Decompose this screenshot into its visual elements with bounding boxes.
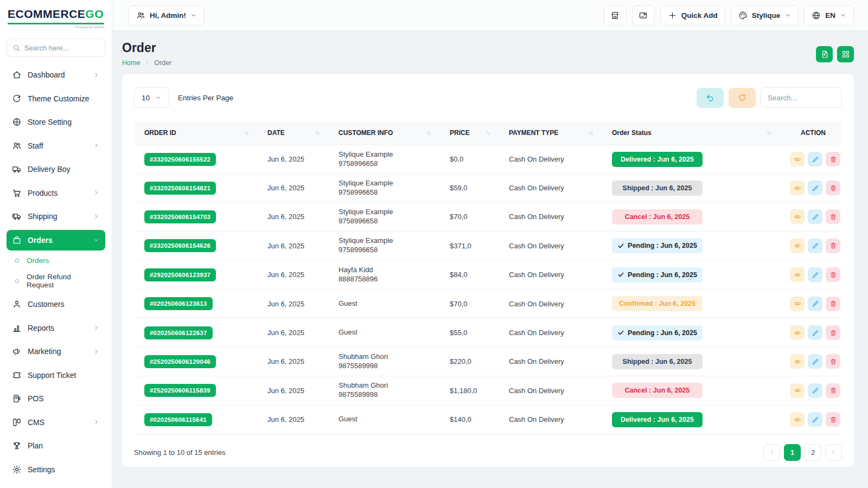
order-id-badge[interactable]: #2920250606123937 bbox=[144, 268, 216, 281]
sort-icon[interactable] bbox=[766, 130, 772, 136]
edit-order-button[interactable] bbox=[808, 383, 822, 398]
view-order-button[interactable] bbox=[790, 412, 805, 427]
sidebar-item-support-ticket[interactable]: Support Ticket bbox=[7, 365, 105, 386]
sidebar-item-settings[interactable]: Settings bbox=[7, 459, 105, 480]
delete-order-button[interactable] bbox=[826, 181, 840, 195]
sidebar-subitem-orders[interactable]: Orders bbox=[7, 253, 105, 268]
column-header-order-status[interactable]: Order Status bbox=[602, 121, 780, 145]
order-id-badge[interactable]: #020250606123613 bbox=[144, 297, 213, 310]
delete-order-button[interactable] bbox=[826, 297, 840, 311]
reset-filters-button[interactable] bbox=[697, 88, 724, 108]
quick-add-button[interactable]: Quick Add bbox=[660, 5, 725, 25]
sort-icon[interactable] bbox=[315, 130, 321, 136]
edit-order-button[interactable] bbox=[808, 267, 822, 282]
view-order-button[interactable] bbox=[790, 267, 805, 282]
pagination-page-1[interactable]: 1 bbox=[784, 444, 801, 461]
delete-order-button[interactable] bbox=[826, 209, 840, 224]
status-badge[interactable]: Pending : Jun 6, 2025 bbox=[612, 238, 703, 253]
status-badge[interactable]: Pending : Jun 6, 2025 bbox=[612, 325, 703, 341]
edit-order-button[interactable] bbox=[808, 297, 822, 311]
edit-order-button[interactable] bbox=[808, 239, 822, 253]
column-header-date[interactable]: DATE bbox=[257, 121, 328, 145]
entries-per-page-select[interactable]: 10 bbox=[134, 87, 169, 108]
delete-order-button[interactable] bbox=[826, 325, 840, 340]
order-id-badge[interactable]: #020250606115641 bbox=[144, 413, 212, 426]
view-order-button[interactable] bbox=[790, 181, 805, 195]
view-order-button[interactable] bbox=[790, 383, 805, 398]
status-badge[interactable]: Cancel : Jun 6, 2025 bbox=[612, 383, 703, 398]
status-badge[interactable]: Pending : Jun 6, 2025 bbox=[612, 267, 703, 282]
edit-order-button[interactable] bbox=[808, 152, 822, 166]
sidebar-item-products[interactable]: Products bbox=[7, 183, 105, 203]
sort-icon[interactable] bbox=[485, 130, 491, 136]
sidebar-subitem-order-refund-request[interactable]: Order Refund Request bbox=[7, 269, 105, 292]
sidebar-search[interactable] bbox=[7, 38, 105, 57]
card-button[interactable] bbox=[632, 5, 655, 25]
grid-view-button[interactable] bbox=[837, 46, 854, 62]
order-id-badge[interactable]: #2520250606115839 bbox=[144, 384, 216, 397]
sidebar-item-theme-customize[interactable]: Theme Customize bbox=[7, 88, 105, 109]
edit-order-button[interactable] bbox=[808, 181, 822, 195]
order-id-badge[interactable]: #3320250606154626 bbox=[144, 239, 216, 252]
edit-order-button[interactable] bbox=[808, 209, 822, 224]
order-id-badge[interactable]: #3320250606154821 bbox=[144, 182, 216, 195]
sort-icon[interactable] bbox=[588, 130, 594, 136]
delete-order-button[interactable] bbox=[826, 383, 840, 398]
table-search-input[interactable] bbox=[761, 87, 842, 108]
sidebar-item-plan[interactable]: Plan bbox=[7, 435, 105, 456]
sidebar-item-delivery-boy[interactable]: Delivery Boy bbox=[7, 159, 105, 179]
status-badge[interactable]: Delivered : Jun 6, 2025 bbox=[612, 152, 703, 167]
user-menu-button[interactable]: Hi, Admin! bbox=[129, 5, 205, 25]
pagination-page-2[interactable]: 2 bbox=[805, 444, 821, 461]
delete-order-button[interactable] bbox=[826, 354, 840, 369]
edit-order-button[interactable] bbox=[808, 354, 822, 369]
edit-order-button[interactable] bbox=[808, 412, 822, 427]
column-header-customer-info[interactable]: CUSTOMER INFO bbox=[328, 121, 439, 145]
language-select-button[interactable]: EN bbox=[804, 5, 854, 25]
brand-logo[interactable]: ECOMMERCEGO Powered by workdo bbox=[0, 0, 112, 34]
sidebar-item-shipping[interactable]: Shipping bbox=[7, 206, 105, 227]
breadcrumb-home-link[interactable]: Home bbox=[122, 59, 140, 67]
sidebar-item-staff[interactable]: Staff bbox=[7, 136, 105, 156]
sidebar-item-customers[interactable]: Customers bbox=[7, 294, 105, 314]
sidebar-item-dashboard[interactable]: Dashboard bbox=[7, 65, 105, 85]
status-badge[interactable]: Confirmed : Jun 6, 2025 bbox=[612, 296, 703, 311]
delete-order-button[interactable] bbox=[826, 412, 840, 427]
status-badge[interactable]: Shipped : Jun 6, 2025 bbox=[612, 181, 703, 196]
order-id-badge[interactable]: #3320250606155522 bbox=[144, 153, 216, 166]
order-id-badge[interactable]: #2520250606120046 bbox=[144, 355, 216, 368]
status-badge[interactable]: Delivered : Jun 6, 2025 bbox=[612, 412, 703, 427]
column-header-payment-type[interactable]: PAYMENT TYPE bbox=[499, 121, 602, 145]
order-id-badge[interactable]: #3320250606154703 bbox=[144, 210, 216, 223]
view-order-button[interactable] bbox=[790, 354, 805, 369]
theme-select-button[interactable]: Stylique bbox=[731, 5, 799, 25]
view-order-button[interactable] bbox=[790, 297, 805, 311]
storefront-button[interactable] bbox=[604, 5, 627, 25]
sidebar-item-marketing[interactable]: Marketing bbox=[7, 341, 105, 362]
delete-order-button[interactable] bbox=[826, 267, 840, 282]
delete-order-button[interactable] bbox=[826, 152, 840, 166]
sort-icon[interactable] bbox=[244, 130, 250, 136]
sidebar-item-orders[interactable]: Orders bbox=[7, 230, 105, 251]
sidebar-item-reports[interactable]: Reports bbox=[7, 318, 105, 338]
sidebar-search-input[interactable] bbox=[24, 44, 99, 52]
view-order-button[interactable] bbox=[790, 152, 805, 166]
status-badge[interactable]: Cancel : Jun 6, 2025 bbox=[612, 209, 703, 224]
edit-order-button[interactable] bbox=[808, 325, 822, 340]
order-id-badge[interactable]: #020250606122637 bbox=[144, 326, 213, 339]
view-order-button[interactable] bbox=[790, 239, 805, 253]
view-order-button[interactable] bbox=[790, 209, 805, 224]
view-order-button[interactable] bbox=[790, 325, 805, 340]
sort-icon[interactable] bbox=[426, 130, 432, 136]
status-badge[interactable]: Shipped : Jun 6, 2025 bbox=[612, 354, 703, 369]
sidebar-item-pos[interactable]: POS bbox=[7, 388, 105, 409]
pagination-prev-button[interactable] bbox=[763, 444, 780, 461]
sidebar-item-store-setting[interactable]: Store Setting bbox=[7, 112, 105, 132]
pagination-next-button[interactable] bbox=[825, 444, 842, 461]
sidebar-item-cms[interactable]: CMS bbox=[7, 412, 105, 433]
column-header-price[interactable]: PRICE bbox=[439, 121, 499, 145]
delete-order-button[interactable] bbox=[826, 239, 840, 253]
column-header-order-id[interactable]: ORDER ID bbox=[134, 121, 257, 145]
refresh-button[interactable] bbox=[729, 88, 756, 108]
export-button[interactable] bbox=[816, 46, 833, 62]
